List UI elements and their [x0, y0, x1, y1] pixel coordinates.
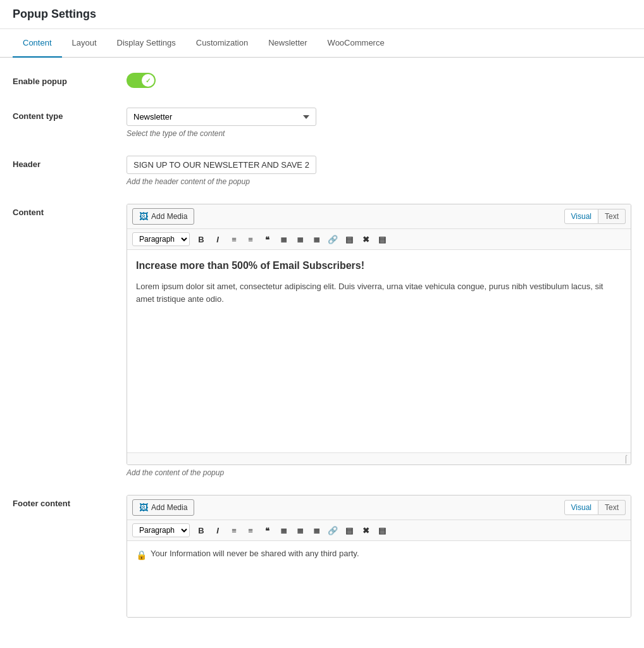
toggle-check-icon: ✓ — [146, 77, 151, 84]
enable-popup-row: Enable popup ✓ — [13, 73, 631, 90]
content-align-right-btn[interactable]: ≣ — [309, 232, 324, 247]
content-heading: Increase more than 500% of Email Subscri… — [136, 258, 622, 274]
footer-link-btn[interactable]: 🔗 — [325, 523, 340, 538]
resize-icon: ⌠ — [624, 454, 628, 463]
footer-align-center-btn[interactable]: ≣ — [292, 523, 307, 538]
tab-display-settings[interactable]: Display Settings — [107, 29, 186, 58]
footer-editor-body[interactable]: 🔒 Your Information will never be shared … — [127, 541, 631, 617]
footer-visual-btn[interactable]: Visual — [564, 500, 598, 515]
header-control: Add the header content of the popup — [127, 156, 631, 186]
lock-icon: 🔒 — [136, 550, 147, 560]
footer-content-row: Footer content 🖼 Add Media Visual Text — [13, 495, 631, 618]
header-hint: Add the header content of the popup — [127, 177, 631, 186]
content-label: Content — [13, 204, 127, 217]
content-type-control: Newsletter HTML Shortcode Widget area Se… — [127, 108, 631, 138]
content-resize-handle[interactable]: ⌠ — [127, 452, 631, 464]
footer-toolbar: Paragraph B I ≡ ≡ ❝ ≣ ≣ ≣ 🔗 ▤ ✖ ▤ — [127, 520, 631, 541]
content-italic-btn[interactable]: I — [210, 232, 225, 247]
content-editor-topbar: 🖼 Add Media Visual Text — [127, 204, 631, 229]
content-body-text: Lorem ipsum dolor sit amet, consectetur … — [136, 280, 622, 307]
content-format-select[interactable]: Paragraph Heading 1 Heading 2 — [132, 232, 190, 246]
tab-newsletter[interactable]: Newsletter — [258, 29, 317, 58]
footer-editor-wrapper: 🖼 Add Media Visual Text Paragraph — [127, 495, 631, 618]
content-align-center-btn[interactable]: ≣ — [292, 232, 307, 247]
content-type-hint: Select the type of the content — [127, 129, 631, 138]
enable-popup-label: Enable popup — [13, 73, 127, 86]
content-view-toggle: Visual Text — [564, 209, 626, 224]
content-align-left-btn[interactable]: ≣ — [276, 232, 291, 247]
header-input[interactable] — [127, 156, 316, 174]
content-row: Content 🖼 Add Media Visual Text — [13, 204, 631, 477]
tab-customization[interactable]: Customization — [186, 29, 258, 58]
add-media-icon: 🖼 — [139, 211, 148, 221]
content-bold-btn[interactable]: B — [194, 232, 209, 247]
footer-align-right-btn[interactable]: ≣ — [309, 523, 324, 538]
content-text-btn[interactable]: Text — [598, 209, 626, 224]
content-type-row: Content type Newsletter HTML Shortcode W… — [13, 108, 631, 138]
content-link-btn[interactable]: 🔗 — [325, 232, 340, 247]
content-hint: Add the content of the popup — [127, 468, 631, 477]
footer-ul-btn[interactable]: ≡ — [226, 523, 242, 538]
content-add-media-button[interactable]: 🖼 Add Media — [132, 208, 194, 225]
tabs-bar: Content Layout Display Settings Customiz… — [0, 29, 644, 58]
header-row: Header Add the header content of the pop… — [13, 156, 631, 186]
content-quote-btn[interactable]: ❝ — [259, 232, 275, 247]
content-ol-btn[interactable]: ≡ — [243, 232, 258, 247]
footer-kitchen-sink-btn[interactable]: ▤ — [375, 523, 390, 538]
content-kitchen-sink-btn[interactable]: ▤ — [375, 232, 390, 247]
footer-bold-btn[interactable]: B — [194, 523, 209, 538]
footer-fullscreen-btn[interactable]: ✖ — [358, 523, 373, 538]
content-visual-btn[interactable]: Visual — [564, 209, 598, 224]
enable-popup-control: ✓ — [127, 73, 631, 90]
footer-content-label: Footer content — [13, 495, 127, 508]
footer-quote-btn[interactable]: ❝ — [259, 523, 275, 538]
add-media-label: Add Media — [151, 212, 187, 221]
footer-body-text: Your Information will never be shared wi… — [151, 549, 359, 558]
footer-view-toggle: Visual Text — [564, 500, 626, 515]
content-fullscreen-btn[interactable]: ✖ — [358, 232, 373, 247]
footer-add-media-label: Add Media — [151, 503, 187, 512]
footer-italic-btn[interactable]: I — [210, 523, 225, 538]
footer-ol-btn[interactable]: ≡ — [243, 523, 258, 538]
content-editor: 🖼 Add Media Visual Text Paragraph Headin… — [127, 204, 631, 465]
footer-text-btn[interactable]: Text — [598, 500, 626, 515]
footer-add-media-icon: 🖼 — [139, 502, 148, 513]
content-toolbar: Paragraph Heading 1 Heading 2 B I ≡ ≡ ❝ … — [127, 229, 631, 250]
tab-woocommerce[interactable]: WooCommerce — [318, 29, 395, 58]
footer-align-left-btn[interactable]: ≣ — [276, 523, 291, 538]
content-type-select[interactable]: Newsletter HTML Shortcode Widget area — [127, 108, 316, 126]
footer-editor: 🖼 Add Media Visual Text Paragraph — [127, 495, 631, 618]
content-table-btn[interactable]: ▤ — [342, 232, 357, 247]
tab-layout[interactable]: Layout — [62, 29, 107, 58]
enable-popup-toggle[interactable]: ✓ — [127, 73, 156, 88]
content-editor-body[interactable]: Increase more than 500% of Email Subscri… — [127, 250, 631, 452]
content-ul-btn[interactable]: ≡ — [226, 232, 242, 247]
footer-editor-topbar: 🖼 Add Media Visual Text — [127, 495, 631, 520]
page-title: Popup Settings — [13, 8, 96, 20]
content-editor-wrapper: 🖼 Add Media Visual Text Paragraph Headin… — [127, 204, 631, 477]
content-area: Enable popup ✓ Content type Newsletter — [0, 58, 644, 648]
tab-content[interactable]: Content — [13, 29, 62, 58]
footer-format-select[interactable]: Paragraph — [132, 523, 190, 537]
header-label: Header — [13, 156, 127, 169]
footer-table-btn[interactable]: ▤ — [342, 523, 357, 538]
content-type-label: Content type — [13, 108, 127, 121]
footer-add-media-button[interactable]: 🖼 Add Media — [132, 499, 194, 516]
